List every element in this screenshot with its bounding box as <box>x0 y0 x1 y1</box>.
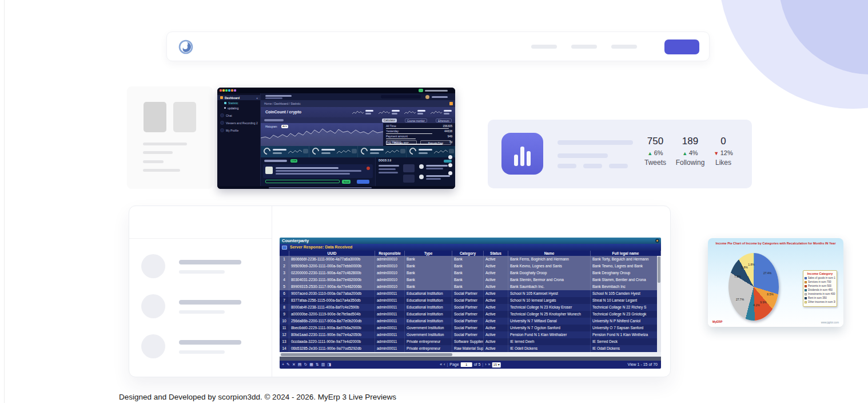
grid-row[interactable]: 69007aced-2030-1110-000a-0a77aba200dbadm… <box>280 290 661 297</box>
grid-row[interactable]: 118bec6dd0-2229-1111-900a-8a97b6a2900bad… <box>280 325 661 331</box>
feed-notification-dot <box>367 167 370 170</box>
refresh-icon[interactable]: ↻ <box>304 361 307 369</box>
grid-row[interactable]: 18606666f-2236-1111-900e-4a77a6a3000badm… <box>280 256 661 263</box>
card-vertical-divider <box>272 206 272 377</box>
grid-cell: Bank Deoghany Oroup <box>591 270 661 276</box>
mini-stat-value-bar <box>365 110 373 112</box>
pie-brand-label: MyERP <box>712 320 722 323</box>
sidebar-item-my-profile[interactable]: My Profile <box>217 128 260 133</box>
next-page-button[interactable]: › <box>485 361 486 369</box>
grid-cell: 256da86b-2200-1117-900a-8a77e0b200db <box>289 318 375 325</box>
sort-icon[interactable]: ⇅ <box>316 361 319 369</box>
pie-chart-card[interactable]: Income Pie Chart of Income by Categories… <box>708 238 843 327</box>
dashboard-fab-button[interactable] <box>448 163 452 167</box>
grid-row[interactable]: 480304031-2230-1111-900a-8a77e462000badm… <box>280 276 661 283</box>
grid-row[interactable]: 2995090b9-3200-1111-000a-9a77ebb0000badm… <box>280 263 661 270</box>
top-navbar <box>166 31 710 61</box>
view-record-icon[interactable]: ▤ <box>298 361 302 369</box>
col-category[interactable]: Category <box>452 251 484 256</box>
grid-title-bar[interactable]: Counterparty <box>280 238 661 244</box>
sidebar-item-statistic[interactable]: Statistic <box>217 100 260 105</box>
grid-cell: Government Institution <box>405 331 452 338</box>
mini-stat-sub-bar <box>417 113 423 114</box>
page-size-select[interactable]: 15 ▾ <box>492 362 500 368</box>
add-record-icon[interactable]: + <box>282 361 284 369</box>
grid-row[interactable]: 302200000-2230-1111-900a-4a77c462800badm… <box>280 270 661 276</box>
grid-cell: 11 <box>280 325 289 331</box>
grid-row[interactable]: 78377afaa-2256-1115-000a-6a17a4a350dbadm… <box>280 297 661 304</box>
last-page-button[interactable]: » <box>488 361 491 369</box>
execute-button-0[interactable]: Execute ERP <box>386 140 417 145</box>
edit-record-icon[interactable]: ✎ <box>286 361 290 369</box>
bullet-icon <box>224 107 226 109</box>
list-item-line-secondary <box>179 350 225 354</box>
breadcrumb-action-icon[interactable] <box>449 102 453 105</box>
stat-row-label: Yesterday <box>386 129 399 133</box>
col-responsible[interactable]: Responsible <box>375 251 405 256</box>
grid-row[interactable]: 589909315-2530-1117-900a-4a77e462006badm… <box>280 283 661 290</box>
first-page-button[interactable]: « <box>440 361 442 369</box>
sidebar-item-updating[interactable]: updating <box>217 105 260 110</box>
sidebar-item-viewers-and-recording-2[interactable]: Viewers and Recording 2 <box>217 120 260 125</box>
col-name[interactable]: Name <box>508 251 591 256</box>
sidebar-item-dashboard[interactable]: Dashboard« <box>217 95 260 100</box>
dashboard-gauges-row <box>261 146 455 157</box>
nav-link-placeholder-3[interactable] <box>611 45 637 49</box>
grid-row[interactable]: 130ccdaada-3220-1111-900e-9a77e4d2000bad… <box>280 338 661 345</box>
secondary-button[interactable] <box>357 180 369 184</box>
grid-row[interactable]: 9a00000be-3200-1119-900e-9e7fe9ad504badm… <box>280 311 661 318</box>
grid-row[interactable]: 1280bd1aad-2230-1111-900e-9a77e4a2050bad… <box>280 331 661 338</box>
export-xls-icon[interactable]: ◨ <box>327 361 331 369</box>
nav-link-placeholder-2[interactable] <box>571 45 597 49</box>
dashboard-search-input[interactable] <box>381 95 421 98</box>
prev-page-button[interactable]: ‹ <box>444 361 445 369</box>
export-csv-icon[interactable]: ▥ <box>321 361 325 369</box>
pager-separator: | <box>447 361 448 369</box>
dashboard-fab-button[interactable] <box>448 171 452 175</box>
nav-link-placeholder-1[interactable] <box>531 45 557 49</box>
side-panel-toggle[interactable] <box>444 160 452 163</box>
grid-cell: 6 <box>280 290 289 297</box>
grid-cell: 10 <box>280 318 289 325</box>
col-full-legal-name[interactable]: Full legal name <box>591 251 661 256</box>
col-status[interactable]: Status <box>484 251 508 256</box>
pie-slice-label: 4.2% <box>753 303 759 307</box>
list-item-avatar <box>141 294 165 318</box>
columns-icon[interactable]: ▦ <box>309 361 313 369</box>
page-number-input[interactable] <box>461 362 472 367</box>
grid-cell: School N 105 Camden Hyest <box>591 290 661 297</box>
dashboard-tab-course-monitor[interactable]: Course monitor <box>405 118 427 123</box>
gauge-sub-bar <box>370 152 379 154</box>
dashboard-preview[interactable]: Home / Dashboard / Statistic CoinCount /… <box>217 88 455 189</box>
dashboard-fab-button[interactable] <box>448 155 452 159</box>
grid-vertical-scrollbar[interactable] <box>657 256 661 352</box>
sidebar-item-chat[interactable]: Chat <box>217 113 260 118</box>
col-rownumber[interactable] <box>280 251 289 256</box>
grid-settings-icon[interactable] <box>655 239 659 243</box>
grid-row[interactable]: 1406b53285-2e30-1111-900e-9a77od5292dbad… <box>280 345 661 352</box>
content-card: Counterparty Server Response: Data Recei… <box>129 206 671 377</box>
grid-row[interactable]: 88000ab4f-2238-1111-400a-8af7c4e2590badm… <box>280 304 661 311</box>
feed-message-card[interactable] <box>263 164 373 178</box>
send-button[interactable]: Send <box>342 180 351 184</box>
grid-cell: Bank Torty, Beguich and Hermann <box>591 256 661 263</box>
gauge-label-bar <box>419 149 432 151</box>
delete-record-icon[interactable]: ✕ <box>292 361 296 369</box>
grid-row[interactable]: 10256da86b-2200-1117-900a-8a77e0b200dbad… <box>280 318 661 325</box>
dashboard-tab-calculator[interactable]: Calculator <box>382 118 397 123</box>
grid-cell: Social Partner <box>452 318 484 325</box>
stat-row-0: All Time156305 <box>386 124 452 129</box>
stat-column-following: 189▲ 4%Following <box>673 136 707 167</box>
grid-cell: admin00010 <box>375 270 405 276</box>
dashboard-tab-ethereum[interactable]: Ethereum <box>436 118 452 123</box>
grid-horizontal-scrollbar[interactable] <box>280 352 661 357</box>
col-uuid[interactable]: UUID <box>289 251 375 256</box>
collapse-icon[interactable]: « <box>256 96 258 100</box>
mini-stat-sub-bar <box>444 113 449 114</box>
signin-button[interactable] <box>664 39 699 54</box>
side-card-bar <box>426 178 441 180</box>
feed-input[interactable] <box>265 180 340 183</box>
col-type[interactable]: Type <box>405 251 452 256</box>
grid-status-bar: Server Response: Data Received <box>280 244 661 251</box>
execute-button-1[interactable]: Execute Prog <box>420 140 451 145</box>
